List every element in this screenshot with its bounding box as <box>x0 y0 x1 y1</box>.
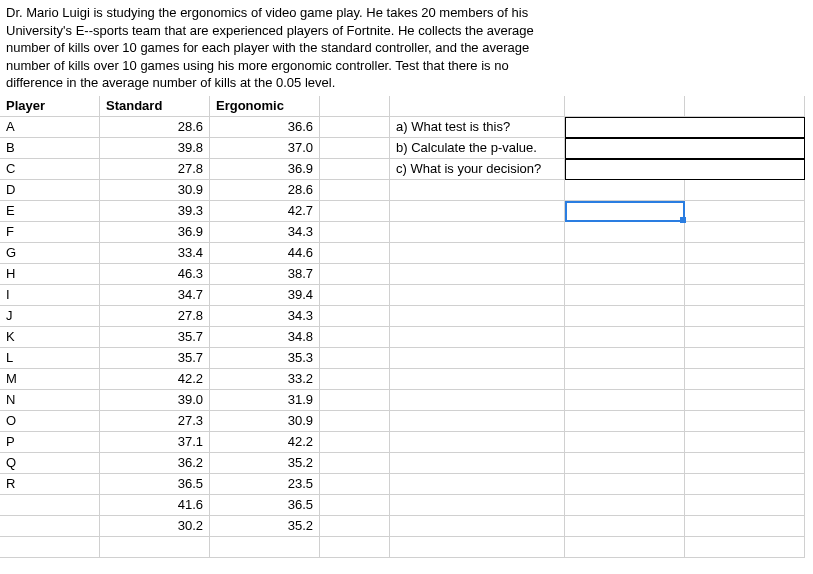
empty-cell[interactable] <box>320 453 390 474</box>
empty-cell[interactable] <box>685 306 805 327</box>
answer-box-a[interactable] <box>565 117 805 138</box>
empty-cell[interactable] <box>320 159 390 180</box>
player-cell[interactable]: L <box>0 348 100 369</box>
empty-cell[interactable] <box>0 537 100 558</box>
player-cell[interactable] <box>0 495 100 516</box>
standard-cell[interactable]: 46.3 <box>100 264 210 285</box>
selected-cell[interactable] <box>565 201 685 222</box>
standard-cell[interactable]: 39.3 <box>100 201 210 222</box>
ergonomic-cell[interactable]: 36.9 <box>210 159 320 180</box>
empty-cell[interactable] <box>565 285 685 306</box>
question-a[interactable]: a) What test is this? <box>390 117 565 138</box>
empty-cell[interactable] <box>685 474 805 495</box>
player-cell[interactable]: M <box>0 369 100 390</box>
empty-cell[interactable] <box>390 369 565 390</box>
empty-cell[interactable] <box>565 96 685 117</box>
ergonomic-cell[interactable]: 34.8 <box>210 327 320 348</box>
empty-cell[interactable] <box>320 474 390 495</box>
empty-cell[interactable] <box>565 243 685 264</box>
player-cell[interactable]: N <box>0 390 100 411</box>
standard-cell[interactable]: 35.7 <box>100 348 210 369</box>
empty-cell[interactable] <box>565 432 685 453</box>
empty-cell[interactable] <box>100 537 210 558</box>
player-cell[interactable]: B <box>0 138 100 159</box>
empty-cell[interactable] <box>390 180 565 201</box>
ergonomic-cell[interactable]: 31.9 <box>210 390 320 411</box>
empty-cell[interactable] <box>320 96 390 117</box>
ergonomic-cell[interactable]: 39.4 <box>210 285 320 306</box>
ergonomic-cell[interactable]: 28.6 <box>210 180 320 201</box>
empty-cell[interactable] <box>320 411 390 432</box>
standard-cell[interactable]: 42.2 <box>100 369 210 390</box>
empty-cell[interactable] <box>390 306 565 327</box>
ergonomic-cell[interactable]: 44.6 <box>210 243 320 264</box>
empty-cell[interactable] <box>685 369 805 390</box>
standard-cell[interactable]: 27.8 <box>100 306 210 327</box>
empty-cell[interactable] <box>685 243 805 264</box>
empty-cell[interactable] <box>685 432 805 453</box>
empty-cell[interactable] <box>565 537 685 558</box>
standard-cell[interactable]: 30.2 <box>100 516 210 537</box>
empty-cell[interactable] <box>390 348 565 369</box>
empty-cell[interactable] <box>320 285 390 306</box>
empty-cell[interactable] <box>685 327 805 348</box>
ergonomic-cell[interactable]: 36.5 <box>210 495 320 516</box>
ergonomic-cell[interactable]: 42.7 <box>210 201 320 222</box>
empty-cell[interactable] <box>320 390 390 411</box>
empty-cell[interactable] <box>685 411 805 432</box>
standard-cell[interactable]: 41.6 <box>100 495 210 516</box>
empty-cell[interactable] <box>565 411 685 432</box>
empty-cell[interactable] <box>390 264 565 285</box>
empty-cell[interactable] <box>320 537 390 558</box>
ergonomic-cell[interactable]: 30.9 <box>210 411 320 432</box>
empty-cell[interactable] <box>685 201 805 222</box>
player-cell[interactable]: I <box>0 285 100 306</box>
empty-cell[interactable] <box>685 222 805 243</box>
empty-cell[interactable] <box>390 243 565 264</box>
empty-cell[interactable] <box>565 180 685 201</box>
empty-cell[interactable] <box>390 516 565 537</box>
player-cell[interactable]: J <box>0 306 100 327</box>
player-cell[interactable]: K <box>0 327 100 348</box>
empty-cell[interactable] <box>565 453 685 474</box>
ergonomic-cell[interactable]: 42.2 <box>210 432 320 453</box>
column-header-standard[interactable]: Standard <box>100 96 210 117</box>
player-cell[interactable]: R <box>0 474 100 495</box>
question-b[interactable]: b) Calculate the p-value. <box>390 138 565 159</box>
empty-cell[interactable] <box>320 516 390 537</box>
standard-cell[interactable]: 36.2 <box>100 453 210 474</box>
empty-cell[interactable] <box>320 201 390 222</box>
player-cell[interactable]: G <box>0 243 100 264</box>
ergonomic-cell[interactable]: 33.2 <box>210 369 320 390</box>
player-cell[interactable]: Q <box>0 453 100 474</box>
question-c[interactable]: c) What is your decision? <box>390 159 565 180</box>
empty-cell[interactable] <box>565 390 685 411</box>
ergonomic-cell[interactable]: 34.3 <box>210 306 320 327</box>
player-cell[interactable]: C <box>0 159 100 180</box>
player-cell[interactable]: A <box>0 117 100 138</box>
empty-cell[interactable] <box>320 348 390 369</box>
empty-cell[interactable] <box>320 369 390 390</box>
empty-cell[interactable] <box>685 516 805 537</box>
player-cell[interactable]: E <box>0 201 100 222</box>
empty-cell[interactable] <box>390 201 565 222</box>
player-cell[interactable]: P <box>0 432 100 453</box>
ergonomic-cell[interactable]: 38.7 <box>210 264 320 285</box>
empty-cell[interactable] <box>390 453 565 474</box>
empty-cell[interactable] <box>685 264 805 285</box>
standard-cell[interactable]: 37.1 <box>100 432 210 453</box>
standard-cell[interactable]: 27.8 <box>100 159 210 180</box>
empty-cell[interactable] <box>565 495 685 516</box>
empty-cell[interactable] <box>320 180 390 201</box>
empty-cell[interactable] <box>565 306 685 327</box>
empty-cell[interactable] <box>565 264 685 285</box>
empty-cell[interactable] <box>685 96 805 117</box>
standard-cell[interactable]: 34.7 <box>100 285 210 306</box>
empty-cell[interactable] <box>685 390 805 411</box>
empty-cell[interactable] <box>565 474 685 495</box>
column-header-ergonomic[interactable]: Ergonomic <box>210 96 320 117</box>
empty-cell[interactable] <box>685 453 805 474</box>
empty-cell[interactable] <box>320 243 390 264</box>
empty-cell[interactable] <box>390 537 565 558</box>
empty-cell[interactable] <box>390 390 565 411</box>
